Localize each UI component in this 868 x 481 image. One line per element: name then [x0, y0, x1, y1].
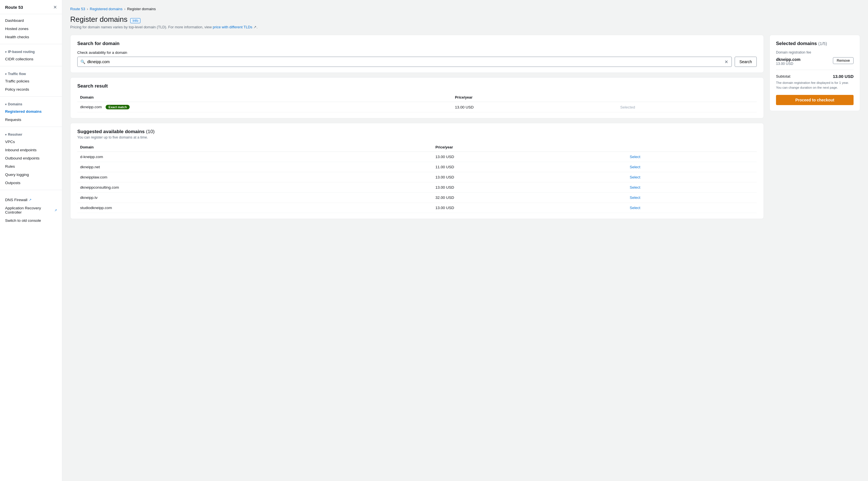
- sidebar-item-vpcs[interactable]: VPCs: [0, 138, 62, 146]
- sidebar-header: Route 53 ✕: [0, 0, 62, 14]
- table-row: dkneipp.com Exact match 13.00 USD Select…: [77, 102, 757, 113]
- select-link-5[interactable]: Select: [630, 206, 640, 210]
- sug-domain-0: d-kneipp.com: [77, 152, 433, 162]
- domain-entry: dkneipp.com 13.00 USD Remove: [776, 57, 854, 66]
- section-domains[interactable]: ▾ Domains: [0, 99, 62, 108]
- search-input-wrap: 🔍 ✕: [77, 57, 732, 67]
- breadcrumb-sep-1: ›: [87, 7, 88, 11]
- suggested-card: Suggested available domains (10) You can…: [70, 123, 764, 219]
- sidebar-nav: Dashboard Hosted zones Health checks ▾ I…: [0, 14, 62, 230]
- sidebar-footer: DNS Firewall ↗ Application Recovery Cont…: [0, 193, 62, 228]
- panel-title: Selected domains (1/5): [776, 41, 854, 47]
- checkout-button[interactable]: Proceed to checkout: [776, 95, 854, 105]
- info-badge[interactable]: Info: [130, 18, 141, 23]
- section-ip-routing[interactable]: ▾ IP-based routing: [0, 47, 62, 55]
- breadcrumb-registered-domains[interactable]: Registered domains: [90, 7, 123, 11]
- col-price: Price/year: [452, 93, 617, 102]
- panel-note: The domain registration fee displayed is…: [776, 81, 854, 90]
- content-main: Search for domain Check availability for…: [70, 35, 764, 219]
- suggested-title: Suggested available domains (10): [77, 129, 155, 134]
- table-row: dkneippconsulting.com 13.00 USD Select: [77, 182, 757, 192]
- result-domain: dkneipp.com Exact match: [77, 102, 452, 113]
- sug-action-5: Select: [627, 203, 757, 213]
- select-link-4[interactable]: Select: [630, 196, 640, 200]
- chevron-resolver-icon: ▾: [5, 133, 6, 136]
- col-action: [617, 93, 757, 102]
- result-domain-name: dkneipp.com: [80, 105, 102, 109]
- domain-info: dkneipp.com 13.00 USD: [776, 57, 800, 66]
- suggested-table: Domain Price/year d-kneipp.com 13.00 USD…: [77, 143, 757, 213]
- sug-col-price: Price/year: [433, 143, 627, 152]
- sug-domain-5: studiodkneipp.com: [77, 203, 433, 213]
- section-resolver[interactable]: ▾ Resolver: [0, 130, 62, 138]
- select-link-3[interactable]: Select: [630, 185, 640, 189]
- sug-col-domain: Domain: [77, 143, 433, 152]
- remove-button[interactable]: Remove: [833, 57, 854, 64]
- sug-domain-4: dkneipp.tv: [77, 192, 433, 203]
- section-traffic-flow[interactable]: ▾ Traffic flow: [0, 69, 62, 77]
- sug-domain-2: dkneipplaw.com: [77, 172, 433, 182]
- sug-price-5: 13.00 USD: [433, 203, 627, 213]
- sidebar-item-outbound-endpoints[interactable]: Outbound endpoints: [0, 154, 62, 162]
- price-link[interactable]: price with different TLDs: [213, 25, 252, 29]
- panel-count: (1/5): [818, 41, 827, 46]
- search-result-card: Search result Domain Price/year dkneipp.…: [70, 77, 764, 118]
- sidebar-footer-switch-old[interactable]: Switch to old console: [5, 216, 57, 224]
- chevron-traffic-icon: ▾: [5, 72, 6, 76]
- sidebar-item-query-logging[interactable]: Query logging: [0, 171, 62, 179]
- sidebar-footer-dns-label: DNS Firewall: [5, 198, 27, 202]
- search-result-title: Search result: [77, 83, 757, 89]
- col-domain: Domain: [77, 93, 452, 102]
- sidebar-item-hosted-zones[interactable]: Hosted zones: [0, 25, 62, 33]
- sidebar-item-outposts[interactable]: Outposts: [0, 179, 62, 187]
- suggested-title-text: Suggested available domains: [77, 129, 145, 134]
- sidebar-item-requests[interactable]: Requests: [0, 116, 62, 124]
- search-icon: 🔍: [81, 59, 85, 64]
- sug-action-0: Select: [627, 152, 757, 162]
- sug-col-action: [627, 143, 757, 152]
- sidebar-item-registered-domains[interactable]: Registered domains: [0, 108, 62, 116]
- section-traffic-label: Traffic flow: [8, 72, 26, 76]
- breadcrumb-route53[interactable]: Route 53: [70, 7, 85, 11]
- subtotal-amount: 13.00 USD: [833, 74, 854, 79]
- sidebar-item-traffic-policies[interactable]: Traffic policies: [0, 77, 62, 85]
- breadcrumb-current: Register domains: [127, 7, 156, 11]
- search-clear-button[interactable]: ✕: [724, 59, 729, 65]
- selected-domains-panel: Selected domains (1/5) Domain registrati…: [770, 35, 860, 111]
- sidebar-footer-arc[interactable]: Application Recovery Controller ↗: [5, 204, 57, 216]
- selected-domain-name: dkneipp.com: [776, 57, 800, 62]
- table-row: dkneipp.net 11.00 USD Select: [77, 162, 757, 172]
- sidebar-close-button[interactable]: ✕: [53, 4, 57, 10]
- sidebar-footer-dns-firewall[interactable]: DNS Firewall ↗: [5, 196, 57, 204]
- table-row: studiodkneipp.com 13.00 USD Select: [77, 203, 757, 213]
- search-result-table: Domain Price/year dkneipp.com Exact matc…: [77, 93, 757, 113]
- table-row: dkneipp.tv 32.00 USD Select: [77, 192, 757, 203]
- sidebar-item-inbound-endpoints[interactable]: Inbound endpoints: [0, 146, 62, 154]
- breadcrumb: Route 53 › Registered domains › Register…: [70, 7, 860, 11]
- sug-price-2: 13.00 USD: [433, 172, 627, 182]
- subtotal-row: Subtotal: 13.00 USD: [776, 74, 854, 79]
- select-link-2[interactable]: Select: [630, 175, 640, 179]
- sidebar-item-rules[interactable]: Rules: [0, 162, 62, 171]
- sidebar-item-health-checks[interactable]: Health checks: [0, 33, 62, 41]
- search-card-title: Search for domain: [77, 41, 757, 47]
- search-label: Check availability for a domain: [77, 51, 757, 55]
- select-link-1[interactable]: Select: [630, 165, 640, 169]
- table-row: dkneipplaw.com 13.00 USD Select: [77, 172, 757, 182]
- divider-2: [0, 66, 62, 66]
- sidebar-title: Route 53: [5, 5, 23, 10]
- search-button[interactable]: Search: [735, 57, 757, 67]
- sug-price-4: 32.00 USD: [433, 192, 627, 203]
- page-title-row: Register domains Info: [70, 15, 860, 24]
- sidebar-item-dashboard[interactable]: Dashboard: [0, 17, 62, 25]
- result-price: 13.00 USD: [452, 102, 617, 113]
- external-link-icon-dns: ↗: [29, 198, 31, 202]
- sidebar-item-policy-records[interactable]: Policy records: [0, 85, 62, 93]
- sidebar-item-cidr[interactable]: CIDR collections: [0, 55, 62, 63]
- divider-1: [0, 44, 62, 44]
- panel-title-text: Selected domains: [776, 41, 817, 46]
- search-input[interactable]: [87, 59, 724, 64]
- table-row: d-kneipp.com 13.00 USD Select: [77, 152, 757, 162]
- select-link-0[interactable]: Select: [630, 155, 640, 159]
- result-status: Selected: [617, 102, 757, 113]
